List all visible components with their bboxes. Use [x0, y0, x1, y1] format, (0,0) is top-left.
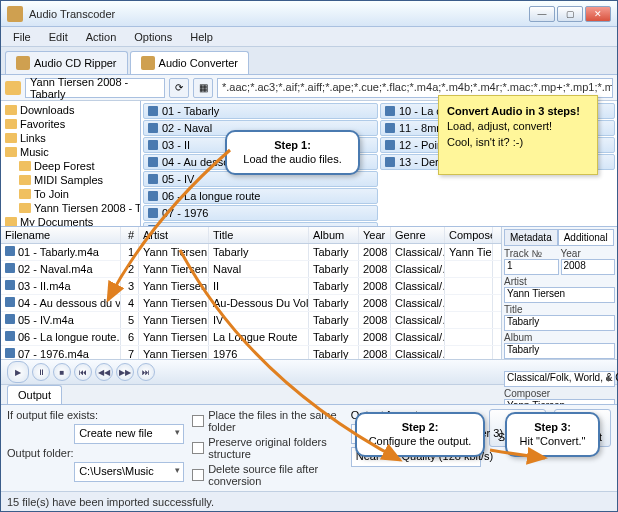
folder-icon: [5, 119, 17, 129]
audio-icon: [385, 157, 395, 167]
audio-icon: [5, 280, 15, 290]
folder-combo[interactable]: C:\Users\Music: [74, 462, 184, 482]
tab-additional[interactable]: Additional: [558, 229, 614, 246]
audio-icon: [148, 106, 158, 116]
tree-node[interactable]: Music: [3, 145, 138, 159]
pause-button[interactable]: ⏸: [32, 363, 50, 381]
tree-node[interactable]: Links: [3, 131, 138, 145]
cd-icon: [16, 56, 30, 70]
tree-node[interactable]: Yann Tiersen 2008 - Tabarly: [3, 201, 138, 215]
folder-icon: [5, 105, 17, 115]
path-input[interactable]: Yann Tiersen 2008 - Tabarly: [25, 78, 165, 98]
folder-icon: [19, 161, 31, 171]
rew-button[interactable]: ◀◀: [95, 363, 113, 381]
table-row[interactable]: 05 - IV.m4a5Yann TiersenIVTabarly2008Cla…: [1, 312, 501, 329]
stop-button[interactable]: ■: [53, 363, 71, 381]
close-button[interactable]: ✕: [585, 6, 611, 22]
convert-icon: [141, 56, 155, 70]
tree-node[interactable]: Favorites: [3, 117, 138, 131]
folder-tree[interactable]: DownloadsFavoritesLinksMusicDeep ForestM…: [1, 101, 141, 226]
col-num[interactable]: #: [121, 227, 139, 243]
audio-icon: [148, 174, 158, 184]
col-artist[interactable]: Artist: [139, 227, 209, 243]
folder-icon: [19, 189, 31, 199]
audio-icon: [148, 123, 158, 133]
artist-input[interactable]: Yann Tiersen: [504, 287, 615, 303]
file-item[interactable]: 06 - La longue route: [143, 188, 378, 204]
main-tabs: Audio CD Ripper Audio Converter: [1, 47, 617, 75]
output-tab[interactable]: Output: [7, 385, 62, 404]
window-title: Audio Transcoder: [29, 8, 529, 20]
table-row[interactable]: 02 - Naval.m4a2Yann TiersenNavalTabarly2…: [1, 261, 501, 278]
menubar: File Edit Action Options Help: [1, 27, 617, 47]
table-row[interactable]: 03 - II.m4a3Yann TiersenIITabarly2008Cla…: [1, 278, 501, 295]
audio-icon: [5, 314, 15, 324]
audio-icon: [148, 191, 158, 201]
menu-options[interactable]: Options: [126, 29, 180, 45]
col-album[interactable]: Album: [309, 227, 359, 243]
genre-combo[interactable]: Classical/Folk, World, & Countr: [504, 371, 615, 387]
track-input[interactable]: 1: [504, 259, 559, 275]
metadata-pane: Metadata Additional Track №1 Year2008 Ar…: [501, 227, 617, 359]
table-row[interactable]: 06 - La longue route.m4a6Yann TiersenLa …: [1, 329, 501, 346]
menu-file[interactable]: File: [5, 29, 39, 45]
audio-icon: [5, 246, 15, 256]
callout-step1: Step 1:Load the audio files.: [225, 130, 360, 175]
tab-converter[interactable]: Audio Converter: [130, 51, 250, 74]
tab-ripper[interactable]: Audio CD Ripper: [5, 51, 128, 74]
tree-node[interactable]: To Join: [3, 187, 138, 201]
prev-button[interactable]: ⏮: [74, 363, 92, 381]
audio-icon: [5, 348, 15, 358]
maximize-button[interactable]: ▢: [557, 6, 583, 22]
callout-step3: Step 3:Hit "Convert.": [505, 412, 600, 457]
col-year[interactable]: Year: [359, 227, 391, 243]
chk-delete[interactable]: [192, 469, 204, 481]
table-row[interactable]: 01 - Tabarly.m4a1Yann TiersenTabarlyTaba…: [1, 244, 501, 261]
statusbar: 15 file(s) have been imported successful…: [1, 491, 617, 511]
app-icon: [7, 6, 23, 22]
year-input[interactable]: 2008: [561, 259, 616, 275]
fwd-button[interactable]: ▶▶: [116, 363, 134, 381]
file-grid[interactable]: Filename # Artist Title Album Year Genre…: [1, 227, 501, 359]
refresh-button[interactable]: ⟳: [169, 78, 189, 98]
folder-icon: [5, 81, 21, 95]
view-button[interactable]: ▦: [193, 78, 213, 98]
audio-icon: [148, 140, 158, 150]
audio-icon: [148, 225, 158, 226]
file-item[interactable]: 01 - Tabarly: [143, 103, 378, 119]
title-input[interactable]: Tabarly: [504, 315, 615, 331]
table-row[interactable]: 07 - 1976.m4a7Yann Tiersen1976Tabarly200…: [1, 346, 501, 359]
audio-icon: [148, 157, 158, 167]
chk-preserve[interactable]: [192, 442, 204, 454]
file-item[interactable]: 08 - Yello: [143, 222, 378, 226]
folder-icon: [19, 175, 31, 185]
col-composer[interactable]: Composer: [445, 227, 493, 243]
tree-node[interactable]: My Documents: [3, 215, 138, 226]
minimize-button[interactable]: —: [529, 6, 555, 22]
tree-node[interactable]: Deep Forest: [3, 159, 138, 173]
exists-combo[interactable]: Create new file: [74, 424, 184, 444]
menu-edit[interactable]: Edit: [41, 29, 76, 45]
album-input[interactable]: Tabarly: [504, 343, 615, 359]
play-button[interactable]: ▶: [7, 361, 29, 383]
col-title[interactable]: Title: [209, 227, 309, 243]
grid-header[interactable]: Filename # Artist Title Album Year Genre…: [1, 227, 501, 244]
tree-node[interactable]: Downloads: [3, 103, 138, 117]
menu-action[interactable]: Action: [78, 29, 125, 45]
tree-node[interactable]: MIDI Samples: [3, 173, 138, 187]
folder-icon: [5, 133, 17, 143]
chk-sameplace[interactable]: [192, 415, 204, 427]
audio-icon: [5, 297, 15, 307]
table-row[interactable]: 04 - Au dessous du v.m4a4Yann TiersenAu-…: [1, 295, 501, 312]
titlebar[interactable]: Audio Transcoder — ▢ ✕: [1, 1, 617, 27]
audio-icon: [385, 140, 395, 150]
tab-metadata[interactable]: Metadata: [504, 229, 558, 246]
next-button[interactable]: ⏭: [137, 363, 155, 381]
col-filename[interactable]: Filename: [1, 227, 121, 243]
col-genre[interactable]: Genre: [391, 227, 445, 243]
audio-icon: [148, 208, 158, 218]
audio-icon: [385, 106, 395, 116]
menu-help[interactable]: Help: [182, 29, 221, 45]
audio-icon: [5, 331, 15, 341]
file-item[interactable]: 07 - 1976: [143, 205, 378, 221]
